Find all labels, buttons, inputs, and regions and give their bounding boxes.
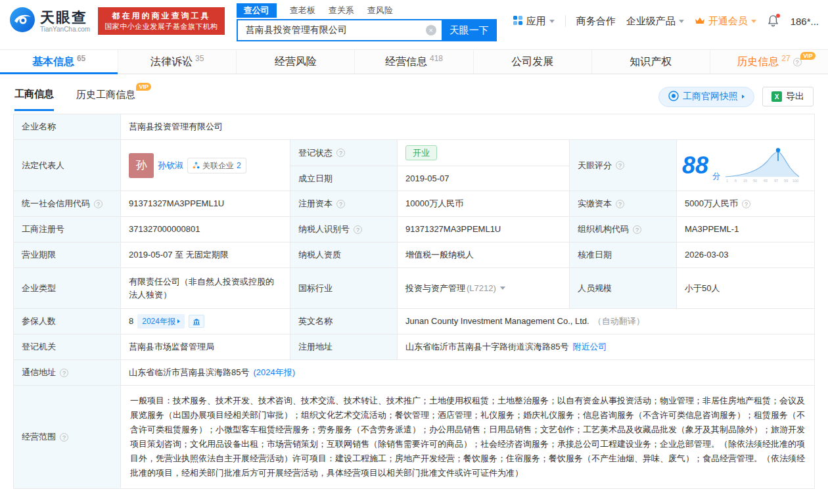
help-icon[interactable] [336,149,345,157]
tab-label: 知识产权 [630,55,672,69]
field-label: 注册资本 [290,191,398,216]
field-label: 人员规模 [570,268,677,308]
apps-menu[interactable]: 应用 [513,15,555,28]
legal-rep-link[interactable]: 孙钦淑 [158,159,183,172]
arrow-right-icon [742,95,745,99]
field-label: 英文名称 [290,309,398,334]
score-unit: 分 [712,170,720,183]
field-label: 组织机构代码 [570,217,677,242]
search-tab-risk[interactable]: 查风险 [367,5,393,16]
help-icon[interactable] [354,225,362,234]
business-cooperation[interactable]: 商务合作 [576,15,616,28]
tab-basic-info[interactable]: 基本信息 65 [0,50,118,74]
table-row: 法定代表人 孙 孙钦淑 关联企业 2 登记状态 [14,140,814,191]
institution-icon-button[interactable] [189,315,204,328]
help-icon[interactable] [633,225,641,234]
company-type-value: 有限责任公司（非自然人投资或控股的法人独资） [121,268,290,308]
clear-search-icon[interactable]: × [426,25,436,35]
company-name-value: 莒南县投资管理有限公司 [121,114,814,139]
field-label: 核准日期 [570,242,677,267]
tab-operation-info[interactable]: 经营信息 418 [354,50,472,74]
svg-text:65: 65 [764,179,768,183]
search-input[interactable] [244,24,426,36]
tab-history-info[interactable]: VIP 历史信息 27 [710,50,828,74]
crown-icon [695,16,705,27]
help-icon[interactable] [616,161,624,170]
tab-company-development[interactable]: 公司发展 [473,50,591,74]
reg-authority-value: 莒南县市场监督管理局 [121,334,290,359]
svg-text:5: 5 [735,179,737,183]
staff-size-value: 小于50人 [677,268,814,308]
export-button[interactable]: X 导出 [762,87,814,106]
help-icon[interactable] [60,369,68,377]
search-tab-relation[interactable]: 查关系 [329,5,354,16]
excel-icon: X [771,91,782,102]
apps-label: 应用 [526,15,546,28]
subtab-label: 历史工商信息 [76,89,135,100]
help-icon[interactable] [742,200,750,208]
help-icon[interactable] [616,200,624,208]
industry-code: (L7212) [467,282,496,295]
auto-translate-note: （自动翻译） [593,315,645,328]
field-label: 企业类型 [14,268,121,308]
tianyancha-logo[interactable]: 天眼查 TianYanCha.com [9,7,90,35]
svg-text:100: 100 [793,179,798,183]
slogan-line2: 国家中小企业发展子基金旗下机构 [104,22,218,32]
vip-badge: VIP [800,52,816,60]
field-label: 经营范围 [14,386,121,488]
help-icon[interactable] [60,433,68,442]
company-info-table: 企业名称 莒南县投资管理有限公司 法定代表人 孙 孙钦淑 关联企业 2 [13,114,815,489]
help-icon[interactable] [336,200,345,208]
annual-report-link[interactable]: (2024年报) [253,366,295,379]
business-label: 商务合作 [576,15,616,28]
paid-capital-value: 5000万人民币 [677,191,814,216]
table-row: 营业期限 2019-05-07 至 无固定期限 纳税人资质 增值税一般纳税人 核… [14,242,814,268]
search-button[interactable]: 天眼一下 [442,19,497,41]
subtab-business-info[interactable]: 工商信息 [14,88,54,111]
enterprise-label: 企业级产品 [626,15,676,28]
chevron-down-icon [751,20,756,23]
enterprise-products[interactable]: 企业级产品 [626,15,684,28]
search-tab-company[interactable]: 查公司 [237,3,277,18]
business-scope-value: 一般项目：技术服务、技术开发、技术咨询、技术交流、技术转让、技术推广；土地使用权… [121,386,814,488]
field-label: 登记机关 [14,334,121,359]
field-label: 统一社会信用代码 [14,191,121,216]
menu-divider [565,15,566,27]
logo-title: 天眼查 [40,10,90,26]
search-tab-boss[interactable]: 查老板 [290,5,315,16]
field-label: 注册地址 [290,334,398,359]
tab-label: 法律诉讼 [150,55,193,69]
approval-date-value: 2026-03-03 [677,242,814,267]
related-companies-badge[interactable]: 关联企业 2 [187,158,246,173]
official-snapshot-button[interactable]: 工商官网快照 [658,87,754,107]
tab-operation-risk[interactable]: 经营风险 [236,50,354,74]
camera-icon [668,91,679,103]
tab-intellectual-property[interactable]: 知识产权 [591,50,710,74]
nearby-companies-link[interactable]: 附近公司 [572,340,607,354]
section-tabs: 基本信息 65 法律诉讼 35 经营风险 经营信息 418 公司发展 知识产权 … [0,49,828,74]
search-box: 查公司 查老板 查关系 查风险 × 天眼一下 [237,4,497,41]
chevron-down-icon[interactable] [500,286,505,290]
industry-value: 投资与资产管理 (L7212) [398,268,570,308]
grid-icon [513,15,523,28]
svg-text:1: 1 [726,179,728,183]
field-label: 企业名称 [14,114,121,139]
tab-label: 基本信息 [32,55,74,69]
page: 天眼查 TianYanCha.com 都在用的商业查询工具 国家中小企业发展子基… [0,0,828,504]
annual-report-badge[interactable]: 2024年报 [137,314,185,329]
subtab-history-business-info[interactable]: 历史工商信息 VIP [76,89,135,110]
chevron-down-icon [549,20,555,23]
legal-rep-avatar[interactable]: 孙 [129,153,154,178]
notifications-bell[interactable] [767,14,780,28]
field-label: 天眼评分 [570,140,677,191]
tab-count: 35 [195,54,204,63]
header-menu: 应用 商务合作 企业级产品 开通会员 [513,14,819,28]
score-value: 88 [682,152,708,179]
logo-icon [9,7,35,35]
help-icon[interactable] [94,200,103,208]
user-account[interactable]: 186*... [791,16,819,27]
open-vip[interactable]: 开通会员 [695,15,756,28]
tab-legal-litigation[interactable]: 法律诉讼 35 [118,50,236,74]
org-code-value: MA3PPEML-1 [677,217,814,242]
table-row: 企业类型 有限责任公司（非自然人投资或控股的法人独资） 国标行业 投资与资产管理… [14,268,814,309]
